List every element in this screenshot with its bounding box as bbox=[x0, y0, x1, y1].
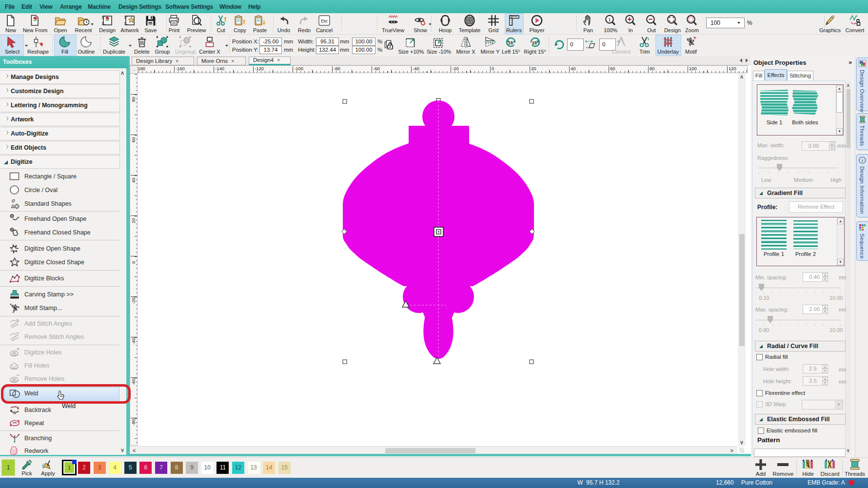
svg-text:Esc: Esc bbox=[321, 19, 328, 23]
svg-text:1: 1 bbox=[608, 17, 611, 22]
svg-text:15°: 15° bbox=[508, 40, 514, 45]
svg-text:15°: 15° bbox=[532, 40, 538, 45]
svg-text:i: i bbox=[862, 158, 863, 163]
